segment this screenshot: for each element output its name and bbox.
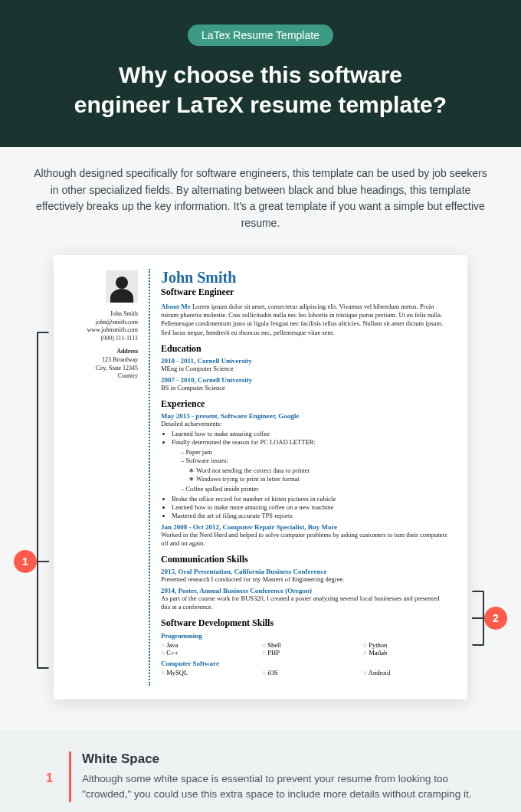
exp1-detail: Detailed achievements: Learned how to ma…	[161, 420, 449, 521]
annotation-text: Although some white space is essential t…	[82, 771, 475, 803]
resume-name: John Smith	[161, 269, 449, 286]
communication-heading: Communication Skills	[161, 554, 449, 565]
exp2-title: Jan 2008 - Oct 2012, Computer Repair Spe…	[161, 523, 449, 531]
software-skills: MySQL iOS Android	[161, 669, 449, 676]
education-heading: Education	[161, 343, 449, 355]
bracket-left	[37, 332, 49, 669]
sidebar-addr3: Country	[72, 372, 138, 381]
sidebar-addr2: City, State 12345	[72, 365, 138, 373]
programming-skills: JavaC++ ShellPHP PythonMatlab	[161, 641, 449, 656]
intro-paragraph: Although designed specifically for softw…	[0, 147, 521, 255]
connector-1	[37, 561, 49, 562]
about-block: About Me Lorem ipsum dolor sit amet, con…	[161, 303, 449, 337]
hero-section: LaTex Resume Template Why choose this so…	[0, 0, 521, 147]
comm2-detail: As part of the course work for BUS320, I…	[161, 594, 449, 611]
sidebar-email: john@smith.com	[72, 319, 138, 327]
annotations-section: 1 White Space Although some white space …	[0, 730, 521, 812]
connector-2	[472, 617, 484, 619]
edu2-detail: BS in Computer Science	[161, 384, 449, 392]
programming-heading: Programming	[161, 632, 449, 640]
avatar-icon	[106, 270, 138, 303]
software-heading: Computer Software	[161, 660, 449, 667]
page-title: Why choose this softwareengineer LaTeX r…	[31, 60, 490, 120]
callout-bubble-2: 2	[484, 607, 507, 630]
resume-sidebar: John Smith john@smith.com www.johnsmith.…	[72, 269, 138, 686]
annotation-title: White Space	[82, 751, 475, 767]
comm1-detail: Presented research I conducted for my Ma…	[161, 575, 449, 584]
sidebar-name: John Smith	[72, 310, 138, 319]
experience-heading: Experience	[161, 398, 449, 410]
resume-job-title: Software Engineer	[161, 286, 449, 298]
exp1-title: May 2013 - present, Software Engineer, G…	[161, 412, 449, 420]
sidebar-phone: (000) 111-1111	[72, 335, 138, 343]
callout-bubble-1: 1	[14, 550, 37, 573]
exp2-detail: Worked in the Nerd Herd and helped to so…	[161, 531, 449, 548]
sidebar-addr1: 123 Broadway	[72, 356, 138, 365]
sidebar-web: www.johnsmith.com	[72, 326, 138, 335]
edu1-title: 2010 - 2011, Cornell University	[161, 357, 449, 365]
edu2-title: 2007 - 2010, Cornell University	[161, 376, 449, 384]
annotation-number: 1	[46, 751, 57, 785]
resume-diagram: 1 2 John Smith john@smith.com www.johnsm…	[0, 255, 521, 730]
sidebar-address-heading: Address	[72, 348, 138, 356]
annotation-1: 1 White Space Although some white space …	[46, 751, 475, 803]
edu1-detail: MEng in Computer Science	[161, 365, 449, 373]
comm1-title: 2015, Oral Presentation, California Busi…	[161, 568, 449, 575]
dev-skills-heading: Software Development Skills	[161, 617, 449, 629]
resume-main: John Smith Software Engineer About Me Lo…	[149, 269, 449, 686]
category-pill: LaTex Resume Template	[188, 25, 333, 46]
comm2-title: 2014, Poster, Annual Business Conference…	[161, 587, 449, 594]
resume-preview: John Smith john@smith.com www.johnsmith.…	[54, 255, 467, 699]
